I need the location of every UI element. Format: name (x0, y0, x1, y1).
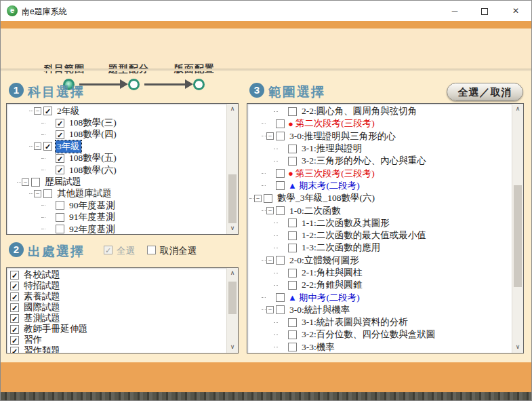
checkbox[interactable]: ✓ (10, 303, 19, 312)
tree-row[interactable]: ✓108數學(六) (7, 164, 226, 176)
toggle-select-all-button[interactable]: 全選／取消 (447, 83, 523, 101)
tree-row[interactable]: 3-2:百分位數、四分位數與盒狀圖 (248, 328, 511, 341)
checkbox[interactable] (288, 318, 297, 327)
checkbox[interactable] (264, 194, 272, 203)
tree-row[interactable]: 3-1:統計表圖與資料的分析 (248, 316, 511, 328)
checkbox[interactable] (276, 181, 285, 190)
checkbox[interactable] (288, 343, 297, 351)
tree-row[interactable]: 92年度基測 (7, 223, 226, 234)
checkbox[interactable] (43, 189, 52, 198)
checkbox[interactable] (288, 281, 297, 290)
tree-row[interactable]: −其他題庫試題 (7, 188, 226, 199)
checkbox[interactable]: ✓ (56, 154, 64, 163)
minimize-button[interactable]: ─ (440, 1, 470, 21)
expand-collapse-icon[interactable]: − (22, 178, 29, 186)
checkbox[interactable] (276, 293, 285, 302)
checkbox[interactable]: ✓ (10, 271, 19, 280)
checkbox[interactable] (31, 178, 40, 187)
list-item[interactable]: ✓教師手冊延伸題 (7, 324, 226, 335)
tree-row[interactable]: ●第二次段考(三段考) (248, 117, 511, 130)
scrollbar-thumb[interactable] (228, 282, 237, 314)
checkbox[interactable] (56, 213, 64, 222)
checkbox[interactable] (276, 169, 285, 178)
checkbox[interactable] (276, 206, 285, 215)
scroll-down-icon[interactable]: ∨ (227, 342, 238, 353)
scroll-down-icon[interactable]: ∨ (512, 342, 523, 353)
tree-row[interactable]: ✓108數學(三) (7, 117, 226, 128)
expand-collapse-icon[interactable]: − (254, 195, 262, 202)
expand-collapse-icon[interactable]: − (34, 190, 41, 197)
checkbox[interactable] (56, 225, 64, 233)
deselect-all-checkbox[interactable] (147, 246, 156, 254)
checkbox[interactable] (288, 244, 297, 252)
close-button[interactable]: ✕ (501, 1, 531, 21)
scroll-up-icon[interactable]: ∧ (227, 268, 238, 279)
tree-row[interactable]: 2-1:角柱與圓柱 (248, 267, 511, 279)
tree-row[interactable]: 1-1:二次函數及其圖形 (248, 217, 511, 229)
tree-row[interactable]: 3-2:三角形的外心、內心與重心 (248, 155, 511, 167)
list-item[interactable]: ✓習作類題 (7, 345, 226, 353)
tree-row[interactable]: ✓108數學(四) (7, 129, 226, 140)
tree-row[interactable]: −數學_3年級_108數學(六) (248, 192, 511, 204)
scrollbar-thumb[interactable] (228, 174, 237, 223)
checkbox[interactable] (276, 305, 285, 314)
scroll-up-icon[interactable]: ∧ (512, 104, 523, 115)
scroll-up-icon[interactable]: ∧ (227, 104, 238, 115)
maximize-button[interactable] (470, 1, 499, 21)
tree-row[interactable]: 91年度基測 (7, 212, 226, 223)
checkbox[interactable] (288, 218, 297, 227)
expand-collapse-icon[interactable]: − (266, 207, 274, 214)
tree-row[interactable]: 3-3:機率 (248, 341, 511, 353)
checkbox[interactable] (276, 132, 285, 140)
list-item[interactable]: ✓特招試題 (7, 280, 226, 291)
checkbox[interactable] (288, 269, 297, 278)
tree-row[interactable]: −3-0:統計與機率 (248, 304, 511, 316)
scrollbar-thumb[interactable] (514, 185, 522, 287)
select-all-checkbox[interactable]: ✓ (104, 246, 112, 254)
checkbox[interactable]: ✓ (10, 336, 19, 345)
checkbox[interactable] (288, 145, 297, 153)
tree-row[interactable]: 2-2:圓心角、圓周角與弦切角 (248, 105, 511, 117)
tree-row[interactable]: ▲期末考(二段考) (248, 180, 511, 192)
tree-row[interactable]: −3-0:推理證明與三角形的心 (248, 130, 511, 142)
expand-collapse-icon[interactable]: − (34, 142, 41, 150)
expand-collapse-icon[interactable]: − (34, 107, 41, 115)
tree-row[interactable]: −歷屆試題 (7, 176, 226, 187)
checkbox[interactable] (288, 157, 297, 166)
checkbox[interactable]: ✓ (10, 325, 19, 334)
tree-row[interactable]: −✓2年級 (7, 105, 226, 117)
tree-row[interactable]: −1-0:二次函數 (248, 204, 511, 216)
tree-row[interactable]: −2-0:立體幾何圖形 (248, 254, 511, 267)
checkbox[interactable]: ✓ (10, 314, 19, 323)
checkbox[interactable]: ✓ (10, 282, 19, 290)
tree-row[interactable]: 1-2:二次函數的最大值或最小值 (248, 229, 511, 242)
checkbox[interactable]: ✓ (10, 292, 19, 301)
tree-row[interactable]: 3-1:推理與證明 (248, 142, 511, 155)
list-item[interactable]: ✓各校試題 (7, 269, 226, 280)
tree-row[interactable]: 2-2:角錐與圓錐 (248, 279, 511, 291)
checkbox[interactable] (288, 107, 297, 116)
list-item[interactable]: ✓習作 (7, 335, 226, 345)
tree-row[interactable]: ✓108數學(五) (7, 153, 226, 164)
expand-collapse-icon[interactable]: − (266, 306, 274, 313)
tree-row[interactable]: 90年度基測 (7, 199, 226, 211)
checkbox[interactable]: ✓ (10, 347, 19, 354)
tree-row[interactable]: ●第三次段考(三段考) (248, 167, 511, 179)
expand-collapse-icon[interactable]: − (266, 256, 274, 264)
checkbox[interactable]: ✓ (56, 130, 64, 139)
checkbox[interactable]: ✓ (56, 166, 64, 174)
list-item[interactable]: ✓國際試題 (7, 302, 226, 313)
list-item[interactable]: ✓素養試題 (7, 291, 226, 302)
checkbox[interactable] (288, 330, 297, 339)
checkbox[interactable]: ✓ (43, 142, 52, 151)
checkbox[interactable] (56, 201, 64, 210)
scroll-down-icon[interactable]: ∨ (227, 223, 238, 234)
tree-row[interactable]: −✓3年級 (7, 140, 226, 152)
checkbox[interactable] (276, 256, 285, 265)
checkbox[interactable]: ✓ (56, 119, 64, 128)
checkbox[interactable] (276, 119, 285, 128)
list-item[interactable]: ✓基測試題 (7, 313, 226, 324)
expand-collapse-icon[interactable]: − (266, 132, 274, 140)
tree-row[interactable]: ▲期中考(二段考) (248, 291, 511, 303)
tree-row[interactable]: 1-3:二次函數的應用 (248, 242, 511, 254)
